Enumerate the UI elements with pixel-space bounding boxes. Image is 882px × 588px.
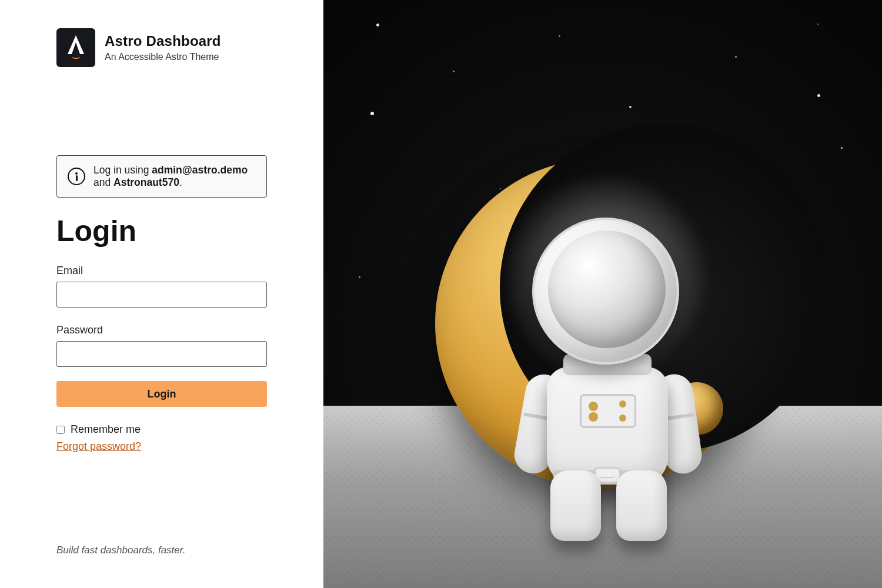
forgot-password-link[interactable]: Forgot password? xyxy=(56,440,267,453)
hint-suffix: . xyxy=(179,176,182,188)
login-hint-notification: Log in using admin@astro.demo and Astron… xyxy=(56,155,267,198)
astro-logo-icon xyxy=(56,28,95,67)
info-icon xyxy=(68,168,85,185)
remember-me-label: Remember me xyxy=(71,423,141,436)
password-label: Password xyxy=(56,324,267,336)
email-label: Email xyxy=(56,265,267,277)
login-button[interactable]: Login xyxy=(56,381,267,407)
page-title: Login xyxy=(56,214,267,248)
login-hint-text: Log in using admin@astro.demo and Astron… xyxy=(93,164,256,189)
astronaut-icon xyxy=(506,218,706,523)
hint-prefix: Log in using xyxy=(93,164,152,176)
hint-middle: and xyxy=(93,176,113,188)
footer-note: Build fast dashboards, faster. xyxy=(56,544,267,560)
email-field[interactable] xyxy=(56,282,267,308)
remember-me-checkbox[interactable] xyxy=(56,426,65,434)
hint-password: Astronaut570 xyxy=(113,176,179,188)
hero-image xyxy=(323,0,882,588)
hint-email: admin@astro.demo xyxy=(152,164,248,176)
brand-subtitle: An Accessible Astro Theme xyxy=(105,52,221,62)
brand-title: Astro Dashboard xyxy=(105,33,221,49)
password-field[interactable] xyxy=(56,341,267,367)
brand-block: Astro Dashboard An Accessible Astro Them… xyxy=(56,28,267,67)
